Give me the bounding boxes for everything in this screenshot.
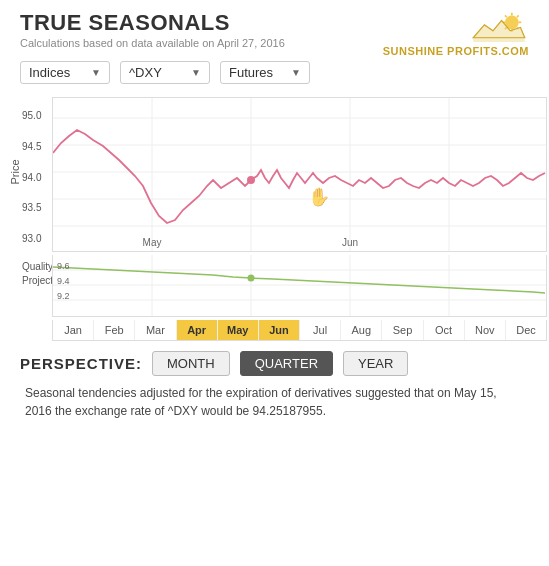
quality-chart-svg-wrapper: 9.6 9.4 9.2 — [52, 255, 529, 320]
may15-dot — [247, 176, 255, 184]
title-block: TRUE SEASONALS Calculations based on dat… — [20, 10, 285, 49]
month-jan[interactable]: Jan — [53, 320, 94, 340]
month-dec[interactable]: Dec — [506, 320, 546, 340]
svg-line-7 — [517, 15, 519, 17]
price-chart-svg: May Jun ✋ — [52, 97, 547, 252]
y-axis: 95.0 94.5 94.0 93.5 93.0 — [22, 110, 41, 244]
main-title: TRUE SEASONALS — [20, 10, 285, 36]
futures-dropdown-label: Futures — [229, 65, 273, 80]
month-aug[interactable]: Aug — [341, 320, 382, 340]
months-bar: Jan Feb Mar Apr May Jun Jul Aug Sep Oct … — [52, 320, 547, 341]
futures-dropdown[interactable]: Futures ▼ — [220, 61, 310, 84]
dxy-dropdown-label: ^DXY — [129, 65, 162, 80]
footer-text: Seasonal tendencies adjusted for the exp… — [20, 384, 529, 420]
indices-dropdown[interactable]: Indices ▼ — [20, 61, 110, 84]
svg-text:Jun: Jun — [342, 237, 358, 248]
month-may[interactable]: May — [218, 320, 259, 340]
month-nov[interactable]: Nov — [465, 320, 506, 340]
svg-line-5 — [505, 15, 507, 17]
indices-dropdown-label: Indices — [29, 65, 70, 80]
month-jul[interactable]: Jul — [300, 320, 341, 340]
quality-dot — [248, 275, 255, 282]
futures-dropdown-arrow-icon: ▼ — [291, 67, 301, 78]
svg-text:9.4: 9.4 — [57, 276, 70, 286]
svg-text:9.2: 9.2 — [57, 291, 70, 301]
header: TRUE SEASONALS Calculations based on dat… — [20, 10, 529, 57]
y-label-3: 94.0 — [22, 172, 41, 183]
perspective-row: PERSPECTIVE: MONTH QUARTER YEAR — [20, 351, 529, 376]
subtitle: Calculations based on data available on … — [20, 37, 285, 49]
perspective-year-button[interactable]: YEAR — [343, 351, 408, 376]
price-chart-area: May-15 95.0 94.5 94.0 93.5 93.0 Price — [20, 92, 529, 252]
y-label-2: 94.5 — [22, 141, 41, 152]
month-sep[interactable]: Sep — [382, 320, 423, 340]
svg-text:9.6: 9.6 — [57, 261, 70, 271]
price-label: Price — [9, 159, 21, 184]
month-jun[interactable]: Jun — [259, 320, 300, 340]
y-label-1: 95.0 — [22, 110, 41, 121]
svg-text:✋: ✋ — [308, 186, 331, 208]
indices-dropdown-arrow-icon: ▼ — [91, 67, 101, 78]
controls-row: Indices ▼ ^DXY ▼ Futures ▼ — [20, 61, 529, 84]
sunshine-logo-icon — [469, 12, 529, 42]
logo-text: SUNSHINE PROFITS.COM — [383, 45, 529, 57]
perspective-quarter-button[interactable]: QUARTER — [240, 351, 333, 376]
perspective-month-button[interactable]: MONTH — [152, 351, 230, 376]
perspective-label: PERSPECTIVE: — [20, 355, 142, 372]
logo-block: SUNSHINE PROFITS.COM — [383, 12, 529, 57]
quality-chart-area: Quality ofProjection 9.6 9.4 9.2 — [20, 255, 529, 320]
dxy-dropdown[interactable]: ^DXY ▼ — [120, 61, 210, 84]
y-label-4: 93.5 — [22, 202, 41, 213]
y-label-5: 93.0 — [22, 233, 41, 244]
month-mar[interactable]: Mar — [135, 320, 176, 340]
svg-text:May: May — [143, 237, 162, 248]
month-apr[interactable]: Apr — [177, 320, 218, 340]
quality-chart-svg: 9.6 9.4 9.2 — [52, 255, 547, 317]
month-feb[interactable]: Feb — [94, 320, 135, 340]
dxy-dropdown-arrow-icon: ▼ — [191, 67, 201, 78]
month-oct[interactable]: Oct — [424, 320, 465, 340]
